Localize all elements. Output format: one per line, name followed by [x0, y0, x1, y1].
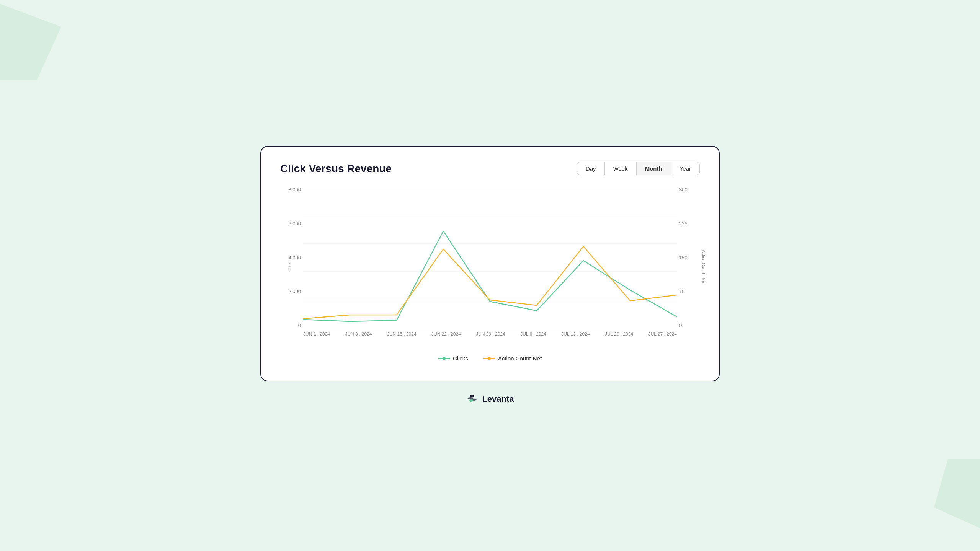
chart-svg: [303, 187, 677, 328]
action-count-legend-label: Action Count-Net: [498, 355, 542, 362]
clicks-line: [303, 231, 677, 321]
chart-inner: [303, 187, 677, 328]
chart-legend: Clicks Action Count-Net: [280, 355, 700, 362]
clicks-legend-icon: [438, 356, 450, 361]
y-left-label-2000: 2,000: [286, 289, 303, 294]
y-right-label-300: 300: [677, 187, 690, 192]
y-axis-left-title: Click: [287, 262, 292, 272]
action-count-legend-icon: [483, 356, 495, 361]
levanta-brand-name: Levanta: [482, 394, 514, 404]
branding: Levanta: [466, 393, 514, 405]
x-label-jul27: JUL 27 , 2024: [648, 331, 677, 337]
x-label-jun8: JUN 8 , 2024: [345, 331, 372, 337]
y-axis-right-title: Action Count - Net: [701, 250, 706, 284]
y-right-label-75: 75: [677, 289, 687, 294]
y-left-label-4000: 4,000: [286, 255, 303, 261]
time-btn-day[interactable]: Day: [577, 162, 605, 175]
x-label-jun1: JUN 1 , 2024: [303, 331, 330, 337]
y-right-label-0: 0: [677, 323, 684, 328]
levanta-logo-icon: [466, 393, 478, 405]
y-axis-left: 8,000 6,000 4,000 2,000 0: [280, 187, 303, 328]
y-left-label-6000: 6,000: [286, 221, 303, 227]
main-card: Click Versus Revenue Day Week Month Year…: [260, 146, 720, 381]
x-axis: JUN 1 , 2024 JUN 8 , 2024 JUN 15 , 2024 …: [303, 328, 677, 347]
action-count-line: [303, 246, 677, 319]
legend-clicks: Clicks: [438, 355, 468, 362]
legend-action-count: Action Count-Net: [483, 355, 542, 362]
x-label-jul6: JUL 6 , 2024: [520, 331, 546, 337]
x-label-jul20: JUL 20 , 2024: [605, 331, 633, 337]
svg-point-9: [488, 357, 491, 360]
y-right-label-225: 225: [677, 221, 690, 227]
x-label-jun29: JUN 29 , 2024: [476, 331, 505, 337]
y-left-label-0: 0: [296, 323, 303, 328]
svg-point-7: [443, 357, 446, 360]
time-btn-week[interactable]: Week: [605, 162, 637, 175]
y-right-label-150: 150: [677, 255, 690, 261]
y-left-label-8000: 8,000: [286, 187, 303, 192]
x-label-jun15: JUN 15 , 2024: [387, 331, 416, 337]
chart-title: Click Versus Revenue: [280, 163, 392, 175]
chart-area: 8,000 6,000 4,000 2,000 0 300 225 150 75…: [280, 187, 700, 347]
clicks-legend-label: Clicks: [453, 355, 468, 362]
card-header: Click Versus Revenue Day Week Month Year: [280, 162, 700, 175]
x-label-jun22: JUN 22 , 2024: [431, 331, 461, 337]
time-controls: Day Week Month Year: [577, 162, 700, 175]
time-btn-year[interactable]: Year: [671, 162, 699, 175]
y-axis-right: 300 225 150 75 0: [677, 187, 700, 328]
time-btn-month[interactable]: Month: [637, 162, 671, 175]
x-label-jul13: JUL 13 , 2024: [561, 331, 590, 337]
